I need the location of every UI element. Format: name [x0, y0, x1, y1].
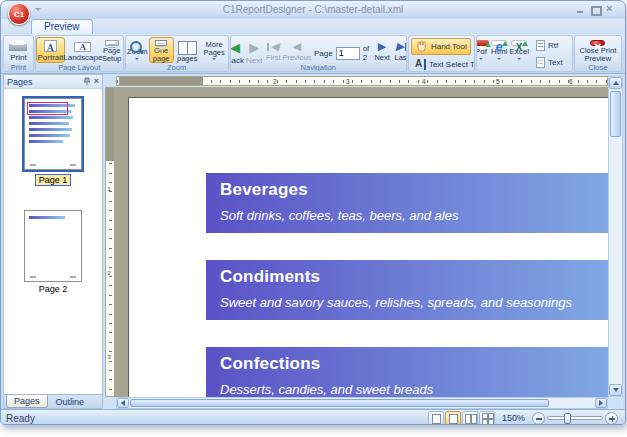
- landscape-label: Landscape: [63, 54, 102, 62]
- section-description: Desserts, candies, and sweet breads: [206, 374, 608, 397]
- horizontal-scrollbar[interactable]: [116, 397, 608, 409]
- landscape-page-icon: [74, 42, 91, 52]
- more-pages-button[interactable]: More Pages: [201, 37, 228, 63]
- first-page-icon: [267, 40, 278, 53]
- zoom-slider[interactable]: [547, 416, 603, 420]
- page-number-input[interactable]: [336, 47, 360, 60]
- application-button[interactable]: C1: [8, 3, 30, 25]
- excel-caret-icon: [517, 58, 521, 62]
- printer-icon: [8, 40, 28, 52]
- pdf-icon: [476, 40, 489, 46]
- ribbon-group-page-layout: Portrait Landscape Page Setup Page Layou…: [35, 35, 124, 72]
- ruler-number: 2: [108, 270, 111, 276]
- zoom-button[interactable]: Zoom: [126, 37, 149, 63]
- vertical-scrollbar[interactable]: [608, 76, 623, 397]
- ribbon-group-tools: Hand Tool Text Select Tool Tools: [408, 35, 475, 72]
- next-button[interactable]: Next: [245, 37, 263, 63]
- view-multi-pages-button[interactable]: [479, 411, 495, 425]
- page-1-thumbnail[interactable]: [22, 96, 84, 172]
- back-button[interactable]: Back: [230, 37, 245, 63]
- previous-page-button[interactable]: Previous Page: [283, 37, 311, 63]
- next-icon: [249, 40, 259, 55]
- scroll-right-button[interactable]: [595, 398, 607, 408]
- page-1-thumbnail-label[interactable]: Page 1: [35, 174, 72, 186]
- page-setup-button[interactable]: Page Setup: [101, 37, 123, 63]
- pdf-caret-icon: [479, 58, 483, 62]
- scroll-left-button[interactable]: [117, 398, 129, 408]
- zoom-slider-thumb[interactable]: [564, 413, 571, 424]
- page-field: Page of 2: [314, 44, 369, 62]
- tab-pages[interactable]: Pages: [6, 395, 48, 408]
- group-label-page-layout: Page Layout: [36, 63, 123, 72]
- more-pages-label: More Pages: [202, 41, 227, 56]
- report-band-condiments: Condiments Sweet and savory sauces, reli…: [206, 260, 608, 320]
- html-icon: [491, 40, 507, 46]
- page-2-thumbnail-label[interactable]: Page 2: [39, 284, 68, 294]
- close-print-preview-button[interactable]: Close Print Preview: [575, 37, 621, 63]
- print-button-label: Print: [10, 54, 26, 62]
- ruler-number: 5: [496, 78, 500, 85]
- report-band-confections: Confections Desserts, candies, and sweet…: [206, 347, 608, 397]
- one-page-button[interactable]: One page: [149, 37, 174, 63]
- text-select-icon: [415, 59, 426, 70]
- zoom-out-button[interactable]: [532, 412, 545, 425]
- tab-preview[interactable]: Preview: [31, 19, 93, 34]
- view-single-page-button[interactable]: [428, 411, 444, 425]
- ruler-number: 2: [273, 78, 277, 85]
- zoom-in-button[interactable]: [605, 412, 618, 425]
- export-text-button[interactable]: Text: [532, 55, 567, 70]
- back-icon: [230, 40, 240, 55]
- zoom-percentage: 150%: [502, 413, 525, 423]
- report-page: Beverages Soft drinks, coffees, teas, be…: [128, 97, 608, 397]
- vertical-scroll-thumb[interactable]: [610, 91, 621, 137]
- app-logo: C1: [14, 10, 24, 19]
- tab-outline[interactable]: Outline: [48, 395, 93, 408]
- ribbon-group-export: Pdf Html Excel Rtf: [476, 35, 572, 72]
- last-page-button[interactable]: Last Page: [392, 37, 407, 63]
- export-excel-button[interactable]: Excel: [508, 37, 530, 63]
- section-title: Beverages: [206, 173, 608, 200]
- title-bar[interactable]: C1 C1ReportDesigner - C:\master-detail.x…: [1, 1, 625, 19]
- page-2-thumbnail[interactable]: [24, 210, 82, 282]
- export-pdf-button[interactable]: Pdf: [476, 37, 490, 63]
- zoom-caret-icon: [135, 58, 139, 62]
- pin-icon[interactable]: [83, 77, 91, 86]
- minimize-icon[interactable]: [575, 5, 585, 14]
- maximize-icon[interactable]: [590, 5, 600, 14]
- pages-panel-title: Pages: [7, 77, 80, 87]
- group-label-print: Print: [4, 63, 33, 72]
- view-one-page-button[interactable]: [445, 411, 461, 425]
- section-description: Sweet and savory sauces, relishes, sprea…: [206, 287, 608, 310]
- group-label-zoom: Zoom: [126, 63, 228, 72]
- scroll-up-button[interactable]: [609, 77, 622, 89]
- portrait-label: Portrait: [37, 54, 63, 62]
- scroll-down-button[interactable]: [609, 384, 622, 396]
- print-button[interactable]: Print: [4, 37, 32, 63]
- portrait-button[interactable]: Portrait: [36, 37, 65, 63]
- two-pages-button[interactable]: Two pages: [174, 37, 201, 63]
- thumbnail-footer-mark: [30, 164, 36, 166]
- preview-pane: 2 3 4 5 6 1 2 3 Beverages Soft drinks, c…: [104, 74, 623, 409]
- export-html-button[interactable]: Html: [490, 37, 508, 63]
- ruler-number: 1: [108, 186, 111, 192]
- two-pages-icon: [178, 40, 197, 46]
- view-two-pages-button[interactable]: [462, 411, 478, 425]
- hand-tool-label: Hand Tool: [431, 42, 467, 51]
- portrait-page-icon: [44, 40, 57, 52]
- rtf-icon: [536, 40, 545, 51]
- panel-close-icon[interactable]: [94, 77, 99, 86]
- thumbnail-footer-mark: [30, 276, 36, 278]
- horizontal-scroll-thumb[interactable]: [130, 399, 549, 407]
- hand-tool-button[interactable]: Hand Tool: [411, 38, 471, 55]
- page-1-thumbnail-page: [24, 98, 82, 170]
- text-label: Text: [548, 58, 563, 67]
- close-icon[interactable]: [605, 5, 615, 14]
- window-controls: [575, 5, 615, 14]
- main-area: Pages: [1, 74, 625, 409]
- first-page-button[interactable]: First Page: [263, 37, 283, 63]
- landscape-button[interactable]: Landscape: [65, 37, 101, 63]
- report-canvas[interactable]: Beverages Soft drinks, coffees, teas, be…: [115, 87, 608, 397]
- next-page-button[interactable]: Next Page: [372, 37, 392, 63]
- text-select-tool-button[interactable]: Text Select Tool: [411, 57, 475, 72]
- export-rtf-button[interactable]: Rtf: [532, 38, 562, 53]
